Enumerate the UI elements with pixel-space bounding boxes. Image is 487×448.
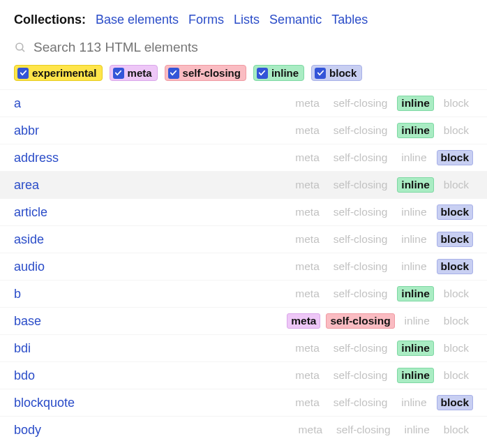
element-name-link[interactable]: area xyxy=(14,178,291,193)
tag-inline: inline xyxy=(397,395,430,410)
element-tags: metaself-closinginlineblock xyxy=(294,422,473,438)
tag-selfclosing: self-closing xyxy=(329,341,392,356)
filters-row: experimentalmetaself-closinginlineblock xyxy=(0,62,487,89)
tag-inline: inline xyxy=(397,286,433,301)
collections-title: Collections: xyxy=(14,13,86,27)
tag-meta: meta xyxy=(291,368,323,383)
tag-selfclosing: self-closing xyxy=(329,259,392,274)
tag-selfclosing: self-closing xyxy=(329,177,392,193)
filter-experimental[interactable]: experimental xyxy=(14,65,103,81)
filter-meta[interactable]: meta xyxy=(110,65,158,81)
tag-meta: meta xyxy=(291,259,323,274)
element-row[interactable]: bmetaself-closinginlineblock xyxy=(0,280,487,307)
collection-link-tables[interactable]: Tables xyxy=(331,13,368,27)
tag-inline: inline xyxy=(397,150,430,165)
tag-block: block xyxy=(437,395,473,410)
element-tags: metaself-closinginlineblock xyxy=(291,368,473,383)
element-row[interactable]: addressmetaself-closinginlineblock xyxy=(0,144,487,171)
tag-block: block xyxy=(437,232,473,247)
collection-link-forms[interactable]: Forms xyxy=(188,13,224,27)
filter-block[interactable]: block xyxy=(311,65,362,81)
svg-line-1 xyxy=(22,49,24,52)
elements-list: ametaself-closinginlineblockabbrmetaself… xyxy=(0,89,487,443)
tag-meta: meta xyxy=(291,286,323,301)
checkbox-icon xyxy=(113,68,124,79)
element-name-link[interactable]: bdi xyxy=(14,341,291,356)
checkbox-icon xyxy=(17,68,29,79)
search-icon xyxy=(14,41,27,54)
tag-inline: inline xyxy=(400,313,434,329)
checkbox-icon xyxy=(168,68,179,79)
tag-block: block xyxy=(440,286,473,301)
element-name-link[interactable]: body xyxy=(14,423,294,438)
tag-meta: meta xyxy=(291,395,323,410)
element-row[interactable]: asidemetaself-closinginlineblock xyxy=(0,225,487,253)
search-input[interactable] xyxy=(33,40,473,55)
tag-inline: inline xyxy=(397,232,430,247)
element-row[interactable]: areametaself-closinginlineblock xyxy=(0,171,487,198)
tag-block: block xyxy=(440,341,473,356)
tag-selfclosing: self-closing xyxy=(326,313,394,329)
element-tags: metaself-closinginlineblock xyxy=(291,232,473,247)
tag-selfclosing: self-closing xyxy=(329,150,392,165)
element-name-link[interactable]: article xyxy=(14,205,291,220)
tag-selfclosing: self-closing xyxy=(332,422,395,438)
tag-meta: meta xyxy=(291,204,323,220)
tag-selfclosing: self-closing xyxy=(329,232,392,247)
element-tags: metaself-closinginlineblock xyxy=(291,286,473,301)
element-tags: metaself-closinginlineblock xyxy=(291,150,473,165)
tag-meta: meta xyxy=(287,313,320,329)
element-tags: metaself-closinginlineblock xyxy=(291,96,473,111)
element-row[interactable]: abbrmetaself-closinginlineblock xyxy=(0,117,487,144)
tag-meta: meta xyxy=(291,177,323,193)
tag-block: block xyxy=(440,96,473,111)
filter-inline[interactable]: inline xyxy=(253,65,304,81)
element-name-link[interactable]: a xyxy=(14,96,291,111)
tag-inline: inline xyxy=(397,341,433,356)
element-name-link[interactable]: audio xyxy=(14,260,291,274)
element-row[interactable]: blockquotemetaself-closinginlineblock xyxy=(0,389,487,416)
filter-selfclosing[interactable]: self-closing xyxy=(165,65,246,81)
element-tags: metaself-closinginlineblock xyxy=(291,123,473,138)
tag-meta: meta xyxy=(291,96,323,111)
element-tags: metaself-closinginlineblock xyxy=(291,259,473,274)
checkbox-icon xyxy=(315,68,326,79)
tag-block: block xyxy=(440,123,473,138)
element-name-link[interactable]: address xyxy=(14,151,291,165)
element-tags: metaself-closinginlineblock xyxy=(291,204,473,220)
element-name-link[interactable]: blockquote xyxy=(14,396,291,410)
tag-block: block xyxy=(440,177,473,193)
tag-selfclosing: self-closing xyxy=(329,286,392,301)
tag-selfclosing: self-closing xyxy=(329,395,392,410)
element-row[interactable]: articlemetaself-closinginlineblock xyxy=(0,198,487,225)
tag-meta: meta xyxy=(291,341,323,356)
tag-block: block xyxy=(440,422,473,438)
element-row[interactable]: bodymetaself-closinginlineblock xyxy=(0,416,487,443)
element-row[interactable]: bdometaself-closinginlineblock xyxy=(0,361,487,389)
element-name-link[interactable]: abbr xyxy=(14,124,291,138)
element-row[interactable]: basemetaself-closinginlineblock xyxy=(0,307,487,334)
collection-link-base-elements[interactable]: Base elements xyxy=(96,13,179,27)
tag-block: block xyxy=(440,368,473,383)
element-row[interactable]: ametaself-closinginlineblock xyxy=(0,89,487,117)
filter-label: self-closing xyxy=(183,67,241,79)
element-name-link[interactable]: bdo xyxy=(14,368,291,383)
element-tags: metaself-closinginlineblock xyxy=(291,395,473,410)
element-name-link[interactable]: aside xyxy=(14,232,291,247)
tag-inline: inline xyxy=(397,177,433,193)
tag-inline: inline xyxy=(397,96,433,111)
tag-selfclosing: self-closing xyxy=(329,204,392,220)
collections-header: Collections: Base elements Forms Lists S… xyxy=(0,0,487,34)
element-tags: metaself-closinginlineblock xyxy=(291,177,473,193)
svg-point-0 xyxy=(16,43,23,50)
collection-link-semantic[interactable]: Semantic xyxy=(269,13,322,27)
tag-meta: meta xyxy=(291,123,323,138)
tag-inline: inline xyxy=(397,259,430,274)
checkbox-icon xyxy=(257,68,268,79)
element-name-link[interactable]: b xyxy=(14,287,291,301)
element-row[interactable]: audiometaself-closinginlineblock xyxy=(0,253,487,280)
element-name-link[interactable]: base xyxy=(14,314,287,329)
element-row[interactable]: bdimetaself-closinginlineblock xyxy=(0,334,487,361)
collection-link-lists[interactable]: Lists xyxy=(234,13,260,27)
filter-label: meta xyxy=(128,67,152,79)
